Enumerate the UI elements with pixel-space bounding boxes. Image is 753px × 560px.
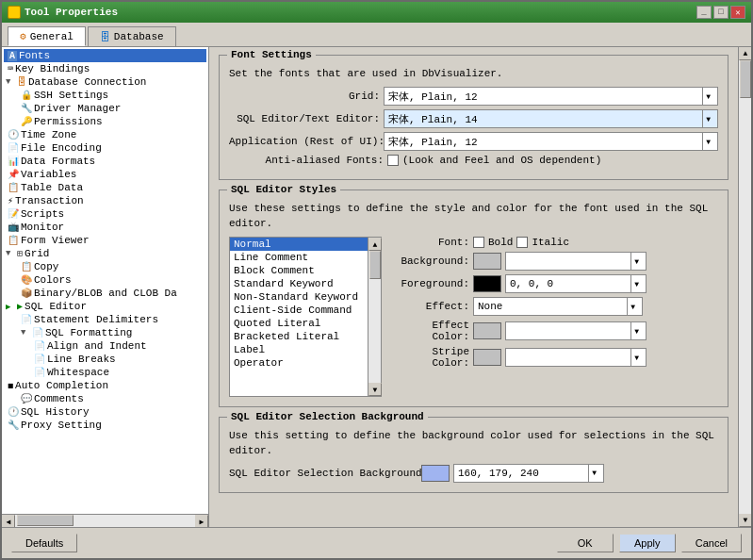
effectcolor-dropdown-arrow[interactable]: ▼	[630, 322, 642, 339]
tree-item-comments[interactable]: 💬 Comments	[4, 392, 206, 405]
bold-checkbox[interactable]	[473, 237, 484, 248]
tree-item-dataformats[interactable]: 📊 Data Formats	[4, 155, 206, 168]
tree-item-tabledata-label: Table Data	[21, 182, 83, 193]
antialiased-row: Anti-aliased Fonts: (Look and Feel and O…	[229, 155, 718, 166]
tree-item-formviewer[interactable]: 📋 Form Viewer	[4, 234, 206, 247]
tree-item-linebreaks[interactable]: 📄 Line Breaks	[4, 353, 206, 366]
sqleditor-font-dropdown-arrow[interactable]: ▼	[702, 110, 713, 127]
style-item-blockcomment[interactable]: Block Comment	[230, 264, 368, 277]
style-item-nonstdkeyword[interactable]: Non-Standard Keyword	[230, 290, 368, 304]
style-scroll-up[interactable]: ▲	[368, 238, 382, 251]
tree-item-variables[interactable]: 📌 Variables	[4, 168, 206, 181]
foreground-select[interactable]: 0, 0, 0 ▼	[505, 274, 647, 293]
grid-font-dropdown-arrow[interactable]: ▼	[702, 88, 713, 105]
right-vert-scrollbar[interactable]: ▲ ▼	[738, 47, 751, 527]
style-item-quotedliteral[interactable]: Quoted Literal	[230, 317, 368, 330]
tree-item-transaction[interactable]: ⚡ Transaction	[4, 194, 206, 207]
tree-item-dbconn[interactable]: ▼ 🗄 Database Connection	[4, 75, 206, 89]
tree-item-proxysetting[interactable]: 🔧 Proxy Setting	[4, 419, 206, 432]
sqleditor-styles-group: SQL Editor Styles Use these settings to …	[219, 189, 728, 407]
drivermgr-icon: 🔧	[21, 103, 32, 114]
tree-item-drivermgr[interactable]: 🔧 Driver Manager	[4, 102, 206, 115]
effectcolor-swatch	[473, 322, 501, 339]
effect-select[interactable]: None ▼	[473, 297, 643, 316]
tree-item-whitespace[interactable]: 📄 Whitespace	[4, 366, 206, 379]
tree-item-tabledata[interactable]: 📋 Table Data	[4, 181, 206, 194]
tree-horiz-scrollbar[interactable]: ◀ ▶	[2, 514, 208, 527]
tree-item-copy[interactable]: 📋 Copy	[4, 260, 206, 273]
sqleditor-font-select[interactable]: 宋体, Plain, 14 ▼	[384, 109, 718, 128]
ok-button[interactable]: OK	[557, 534, 614, 552]
tree-item-permissions[interactable]: 🔑 Permissions	[4, 115, 206, 128]
scroll-up-arrow[interactable]: ▲	[739, 47, 751, 60]
app-font-dropdown-arrow[interactable]: ▼	[702, 133, 713, 150]
tree-item-fileenc[interactable]: 📄 File Encoding	[4, 141, 206, 155]
defaults-button[interactable]: Defaults	[11, 534, 77, 552]
tree-item-timezone[interactable]: 🕐 Time Zone	[4, 128, 206, 141]
tabs-bar: ⚙ General 🗄 Database	[2, 23, 751, 46]
tree-item-binary[interactable]: 📦 Binary/BLOB and CLOB Da	[4, 287, 206, 300]
tree-item-colors[interactable]: 🎨 Colors	[4, 273, 206, 287]
tree-item-grid-label: Grid	[25, 248, 49, 259]
tree-item-scripts[interactable]: 📝 Scripts	[4, 207, 206, 221]
style-item-operator[interactable]: Operator	[230, 356, 368, 370]
style-item-clientcmd[interactable]: Client-Side Command	[230, 304, 368, 317]
sqlformatting-icon: 📄	[32, 327, 43, 338]
tree-item-autocompletion[interactable]: ◼ Auto Completion	[4, 379, 206, 392]
antialiased-checkbox[interactable]	[387, 155, 399, 166]
style-item-label[interactable]: Label	[230, 343, 368, 356]
effect-dropdown-arrow[interactable]: ▼	[627, 298, 638, 315]
style-item-stdkeyword[interactable]: Standard Keyword	[230, 277, 368, 290]
maximize-button[interactable]: □	[713, 6, 728, 19]
foreground-dropdown-arrow[interactable]: ▼	[630, 275, 642, 292]
style-list: Normal Line Comment Block Comment Standa…	[229, 237, 382, 397]
minimize-button[interactable]: _	[696, 6, 712, 19]
scroll-thumb[interactable]	[17, 515, 74, 526]
tree-item-alignindent[interactable]: 📄 Align and Indent	[4, 339, 206, 353]
tab-database[interactable]: 🗄 Database	[88, 26, 176, 46]
style-item-linecomment[interactable]: Line Comment	[230, 251, 368, 264]
italic-checkbox[interactable]	[516, 237, 528, 248]
close-button[interactable]: ✕	[730, 6, 745, 19]
style-item-normal[interactable]: Normal	[230, 238, 368, 251]
tab-general[interactable]: ⚙ General	[8, 26, 86, 46]
scroll-down-arrow[interactable]: ▼	[739, 514, 751, 527]
scroll-track[interactable]	[15, 515, 195, 527]
grid-font-select[interactable]: 宋体, Plain, 12 ▼	[384, 87, 718, 106]
scroll-right-arrow[interactable]: ▶	[195, 515, 208, 527]
apply-button[interactable]: Apply	[619, 534, 676, 552]
italic-label: Italic	[532, 237, 569, 248]
tree-item-monitor[interactable]: 📺 Monitor	[4, 221, 206, 234]
style-item-bracketedliteral[interactable]: Bracketed Literal	[230, 330, 368, 343]
selection-bg-select[interactable]: 160, 179, 240 ▼	[453, 464, 604, 483]
cancel-button[interactable]: Cancel	[681, 534, 742, 552]
tree-item-sqleditor[interactable]: ▶ ▶ SQL Editor	[4, 300, 206, 313]
tree-item-fonts[interactable]: A Fonts	[4, 49, 206, 62]
style-scroll-thumb[interactable]	[369, 251, 381, 279]
transaction-icon: ⚡	[8, 195, 13, 206]
right-scroll-thumb[interactable]	[740, 60, 751, 98]
background-select[interactable]: ▼	[505, 252, 647, 271]
stripecolor-dropdown-arrow[interactable]: ▼	[630, 349, 642, 366]
background-dropdown-arrow[interactable]: ▼	[630, 253, 642, 270]
whitespace-icon: 📄	[34, 367, 45, 378]
sqlhistory-icon: 🕐	[8, 406, 19, 418]
tree-item-autocompletion-label: Auto Completion	[15, 380, 108, 391]
effectcolor-select[interactable]: ▼	[505, 321, 647, 340]
tree-item-sqlformatting[interactable]: ▼ 📄 SQL Formatting	[4, 326, 206, 339]
right-panel: Font Settings Set the fonts that are use…	[209, 47, 738, 527]
tree-item-stmtdelim[interactable]: 📄 Statement Delimiters	[4, 313, 206, 326]
tree-item-keybindings[interactable]: ⌨ Key Bindings	[4, 62, 206, 75]
selection-bg-dropdown-arrow[interactable]: ▼	[588, 465, 599, 482]
style-scroll-down[interactable]: ▼	[368, 383, 382, 396]
app-font-select[interactable]: 宋体, Plain, 12 ▼	[384, 132, 718, 151]
tree-item-sqlhistory[interactable]: 🕐 SQL History	[4, 405, 206, 419]
tree-item-ssh[interactable]: 🔒 SSH Settings	[4, 89, 206, 102]
colors-icon: 🎨	[21, 274, 32, 286]
sqlformatting-toggle: ▼	[21, 328, 30, 338]
scroll-left-arrow[interactable]: ◀	[2, 515, 15, 527]
tree-item-drivermgr-label: Driver Manager	[34, 103, 121, 114]
stripecolor-select[interactable]: ▼	[505, 348, 647, 367]
tree-item-grid[interactable]: ▼ ⊞ Grid	[4, 247, 206, 260]
right-with-scroll: Font Settings Set the fonts that are use…	[209, 47, 751, 527]
